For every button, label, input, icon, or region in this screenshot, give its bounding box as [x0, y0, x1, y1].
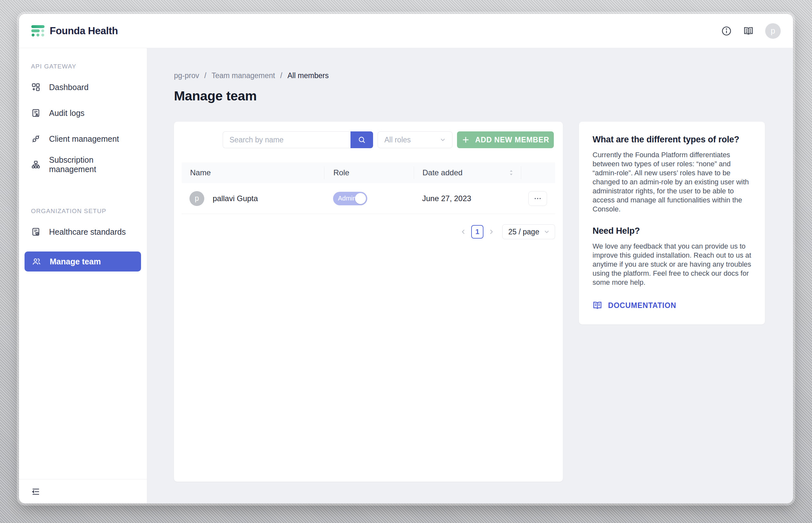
roles-help-body: Currently the Founda Platform differenti… [593, 150, 751, 214]
sidebar-item-label: Subscription management [49, 155, 141, 174]
chevron-down-icon [439, 136, 446, 143]
search-input[interactable] [223, 131, 350, 148]
brand-logo[interactable]: Founda Health [31, 25, 118, 37]
toggle-knob [355, 193, 366, 204]
member-actions-cell [521, 191, 554, 206]
search-icon [357, 136, 366, 144]
table-row[interactable]: p pallavi Gupta Admin June 27, 2023 [182, 183, 555, 214]
manage-team-icon [32, 257, 41, 266]
ellipsis-icon [534, 194, 542, 203]
sidebar-section-api-gateway: API GATEWAY [31, 63, 147, 70]
sidebar-item-subscription-management[interactable]: Subscription management [19, 157, 141, 173]
app-window: Founda Health p API GATEWAY [19, 14, 793, 504]
sidebar-item-label: Dashboard [49, 83, 88, 92]
breadcrumb-separator: / [280, 71, 282, 80]
admin-role-toggle[interactable]: Admin [333, 192, 367, 205]
sidebar-item-label: Manage team [50, 257, 101, 266]
sidebar-footer [19, 479, 147, 504]
roles-help-heading: What are the different types of role? [593, 134, 751, 145]
next-page-icon[interactable] [487, 228, 495, 236]
add-new-member-label: ADD NEW MEMBER [475, 136, 549, 144]
sort-icon[interactable] [509, 169, 514, 176]
column-header-name[interactable]: Name [182, 166, 324, 179]
table-header: Name Role Date added [182, 162, 555, 183]
sidebar-item-audit-logs[interactable]: Audit logs [19, 105, 141, 121]
chevron-down-icon [543, 228, 550, 235]
topbar: Founda Health p [19, 14, 793, 48]
main-content: pg-prov / Team management / All members … [147, 48, 793, 504]
plus-icon [462, 136, 470, 144]
screenshot-frame: Founda Health p API GATEWAY [0, 0, 812, 523]
team-table-card: All roles ADD NEW MEMBER [174, 122, 563, 482]
topbar-actions: p [721, 23, 781, 39]
dashboard-icon [31, 82, 41, 92]
docs-book-icon[interactable] [743, 26, 754, 36]
healthcare-standards-icon [31, 227, 41, 237]
breadcrumb-separator: / [204, 71, 206, 80]
sidebar-item-label: Healthcare standards [49, 227, 126, 237]
brand-name: Founda Health [50, 25, 118, 37]
column-header-date-added[interactable]: Date added [414, 166, 521, 179]
page-size-value: 25 / page [508, 228, 539, 236]
admin-role-label: Admin [333, 195, 356, 202]
column-header-actions [521, 166, 554, 179]
need-help-heading: Need Help? [593, 226, 751, 236]
user-avatar[interactable]: p [765, 23, 781, 39]
documentation-link[interactable]: DOCUMENTATION [593, 301, 751, 310]
column-header-date-label: Date added [422, 168, 462, 177]
breadcrumb-all-members: All members [288, 71, 329, 80]
sidebar-item-client-management[interactable]: Client management [19, 131, 141, 147]
members-table: Name Role Date added [182, 162, 555, 214]
help-panel: What are the different types of role? Cu… [579, 122, 765, 324]
breadcrumb: pg-prov / Team management / All members [174, 71, 793, 80]
column-header-role[interactable]: Role [324, 166, 414, 179]
founda-logo-icon [31, 25, 44, 36]
sidebar-section-organization-setup: ORGANIZATION SETUP [31, 208, 147, 215]
breadcrumb-team-management[interactable]: Team management [211, 71, 275, 80]
add-new-member-button[interactable]: ADD NEW MEMBER [457, 131, 554, 148]
sidebar-item-manage-team[interactable]: Manage team [24, 252, 141, 271]
need-help-body: We love any feedback that you can provid… [593, 242, 751, 287]
search-button[interactable] [350, 131, 373, 148]
pagination: 1 25 / page [174, 224, 555, 239]
sidebar-item-dashboard[interactable]: Dashboard [19, 79, 141, 95]
audit-logs-icon [31, 108, 41, 118]
member-role-cell: Admin [324, 192, 414, 205]
table-toolbar: All roles ADD NEW MEMBER [174, 122, 563, 148]
page-size-select[interactable]: 25 / page [502, 224, 555, 239]
sidebar-item-label: Audit logs [49, 108, 85, 118]
documentation-link-label: DOCUMENTATION [608, 301, 676, 310]
member-date-added: June 27, 2023 [414, 194, 521, 203]
roles-filter-value: All roles [384, 136, 411, 144]
sidebar: API GATEWAY Dashboard Audit logs [19, 48, 147, 504]
member-name: pallavi Gupta [213, 194, 258, 203]
roles-filter-select[interactable]: All roles [377, 131, 453, 148]
current-page-button[interactable]: 1 [471, 225, 483, 239]
member-name-cell: p pallavi Gupta [182, 191, 324, 206]
breadcrumb-org[interactable]: pg-prov [174, 71, 199, 80]
documentation-book-icon [593, 301, 602, 310]
previous-page-icon[interactable] [460, 228, 467, 236]
row-more-actions-button[interactable] [528, 191, 547, 206]
member-avatar: p [189, 191, 204, 206]
sidebar-item-healthcare-standards[interactable]: Healthcare standards [19, 224, 141, 240]
page-title: Manage team [174, 88, 793, 104]
sidebar-item-label: Client management [49, 134, 119, 144]
subscription-management-icon [31, 160, 41, 169]
info-icon[interactable] [721, 26, 732, 36]
search-group [223, 131, 373, 148]
collapse-sidebar-icon[interactable] [31, 487, 41, 497]
client-management-icon [31, 134, 41, 144]
